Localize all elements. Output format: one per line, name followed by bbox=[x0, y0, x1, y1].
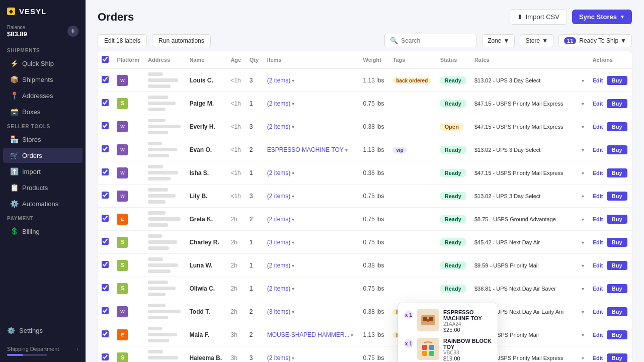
sidebar-item-shipments[interactable]: 📦 Shipments bbox=[3, 72, 83, 87]
sidebar-item-stores[interactable]: 🏪 Stores bbox=[3, 132, 83, 147]
edit-action[interactable]: Edit bbox=[593, 216, 603, 222]
row-items[interactable]: (2 items) ▾ bbox=[263, 92, 359, 115]
sidebar-item-orders[interactable]: 🛒 Orders bbox=[3, 148, 83, 163]
sidebar-item-automations[interactable]: ⚙️ Automations bbox=[3, 196, 83, 211]
edit-action[interactable]: Edit bbox=[593, 332, 603, 338]
sidebar-item-products[interactable]: 📋 Products bbox=[3, 180, 83, 195]
sync-stores-button[interactable]: Sync Stores ▼ bbox=[572, 10, 632, 24]
row-items[interactable]: (2 items) ▾ bbox=[263, 254, 359, 277]
row-checkbox[interactable] bbox=[102, 192, 109, 199]
buy-action[interactable]: Buy bbox=[607, 192, 627, 201]
rate-chevron-icon[interactable]: ▾ bbox=[582, 217, 584, 222]
row-items[interactable]: MOUSE-SHAPED HAMMER... ▾ bbox=[263, 323, 359, 346]
row-items[interactable]: (2 items) ▾ bbox=[263, 346, 359, 363]
row-items[interactable]: ESPRESSO MACHINE TOY ▾ bbox=[263, 138, 359, 161]
row-checkbox[interactable] bbox=[102, 122, 109, 129]
store-filter-button[interactable]: Store ▼ bbox=[520, 34, 553, 47]
items-link[interactable]: (2 items) bbox=[267, 285, 291, 292]
buy-action[interactable]: Buy bbox=[607, 168, 627, 177]
row-items[interactable]: (2 items) ▾ bbox=[263, 185, 359, 208]
row-checkbox[interactable] bbox=[102, 168, 109, 175]
rate-chevron-icon[interactable]: ▾ bbox=[582, 332, 584, 338]
edit-action[interactable]: Edit bbox=[593, 147, 603, 153]
items-link[interactable]: (2 items) bbox=[267, 169, 291, 176]
row-items[interactable]: (3 items) ▾ bbox=[263, 231, 359, 254]
buy-action[interactable]: Buy bbox=[607, 145, 627, 154]
items-link[interactable]: ESPRESSO MACHINE TOY bbox=[267, 146, 344, 153]
edit-action[interactable]: Edit bbox=[593, 101, 603, 107]
items-link[interactable]: (2 items) bbox=[267, 100, 291, 107]
row-items[interactable]: (2 items) ▾ bbox=[263, 277, 359, 300]
buy-action[interactable]: Buy bbox=[607, 238, 627, 247]
row-checkbox[interactable] bbox=[102, 76, 109, 83]
row-checkbox[interactable] bbox=[102, 238, 109, 245]
rate-chevron-icon[interactable]: ▾ bbox=[582, 194, 584, 199]
row-checkbox[interactable] bbox=[102, 145, 109, 152]
dept-arrow-icon[interactable]: › bbox=[77, 346, 78, 352]
items-link[interactable]: (3 items) bbox=[267, 308, 291, 315]
edit-action[interactable]: Edit bbox=[593, 77, 603, 83]
row-items[interactable]: (2 items) ▾ bbox=[263, 115, 359, 138]
sidebar-item-boxes[interactable]: 🗃️ Boxes bbox=[3, 104, 83, 119]
buy-action[interactable]: Buy bbox=[607, 261, 627, 270]
edit-action[interactable]: Edit bbox=[593, 262, 603, 268]
sidebar-item-quick-ship[interactable]: ⚡ Quick Ship bbox=[3, 56, 83, 71]
row-items[interactable]: (2 items) ▾ bbox=[263, 161, 359, 185]
buy-action[interactable]: Buy bbox=[607, 76, 627, 85]
edit-labels-button[interactable]: Edit 18 labels bbox=[98, 34, 147, 47]
sidebar-item-billing[interactable]: 💲 Billing bbox=[3, 224, 83, 239]
edit-action[interactable]: Edit bbox=[593, 124, 603, 130]
items-link[interactable]: MOUSE-SHAPED HAMMER... bbox=[267, 331, 350, 338]
buy-action[interactable]: Buy bbox=[607, 330, 627, 339]
items-link[interactable]: (2 items) bbox=[267, 216, 291, 223]
row-checkbox[interactable] bbox=[102, 261, 109, 268]
row-items[interactable]: (3 items) ▾ bbox=[263, 300, 359, 323]
select-all-checkbox[interactable] bbox=[102, 56, 109, 63]
items-link[interactable]: (2 items) bbox=[267, 262, 291, 269]
rate-chevron-icon[interactable]: ▾ bbox=[582, 78, 584, 83]
row-checkbox[interactable] bbox=[102, 99, 109, 106]
row-checkbox[interactable] bbox=[102, 353, 109, 360]
items-link[interactable]: (2 items) bbox=[267, 354, 291, 361]
rate-chevron-icon[interactable]: ▾ bbox=[582, 263, 584, 268]
items-link[interactable]: (2 items) bbox=[267, 77, 291, 84]
search-input[interactable] bbox=[401, 37, 471, 44]
buy-action[interactable]: Buy bbox=[607, 307, 627, 316]
sidebar-item-addresses[interactable]: 📍 Addresses bbox=[3, 88, 83, 103]
ready-to-ship-filter-button[interactable]: 11 Ready To Ship ▼ bbox=[558, 34, 632, 47]
buy-action[interactable]: Buy bbox=[607, 122, 627, 131]
rate-chevron-icon[interactable]: ▾ bbox=[582, 101, 584, 107]
edit-action[interactable]: Edit bbox=[593, 193, 603, 199]
zone-filter-button[interactable]: Zone ▼ bbox=[482, 34, 515, 47]
run-automations-button[interactable]: Run automations bbox=[152, 34, 211, 47]
rate-chevron-icon[interactable]: ▾ bbox=[582, 170, 584, 176]
row-checkbox[interactable] bbox=[102, 330, 109, 337]
rate-chevron-icon[interactable]: ▾ bbox=[582, 355, 584, 361]
buy-action[interactable]: Buy bbox=[607, 99, 627, 108]
rate-chevron-icon[interactable]: ▾ bbox=[582, 240, 584, 245]
buy-action[interactable]: Buy bbox=[607, 353, 627, 363]
row-items[interactable]: (2 items) ▾ bbox=[263, 69, 359, 92]
items-link[interactable]: (2 items) bbox=[267, 123, 291, 130]
edit-action[interactable]: Edit bbox=[593, 286, 603, 292]
items-link[interactable]: (3 items) bbox=[267, 239, 291, 246]
sidebar-item-import[interactable]: ⬆️ Import bbox=[3, 164, 83, 179]
rate-chevron-icon[interactable]: ▾ bbox=[582, 286, 584, 292]
settings-item[interactable]: ⚙️ Settings bbox=[7, 324, 78, 337]
edit-action[interactable]: Edit bbox=[593, 355, 603, 361]
buy-action[interactable]: Buy bbox=[607, 284, 627, 293]
rate-chevron-icon[interactable]: ▾ bbox=[582, 309, 584, 315]
edit-action[interactable]: Edit bbox=[593, 170, 603, 176]
rate-chevron-icon[interactable]: ▾ bbox=[582, 147, 584, 153]
edit-action[interactable]: Edit bbox=[593, 239, 603, 245]
row-checkbox[interactable] bbox=[102, 215, 109, 222]
row-items[interactable]: (2 items) ▾ bbox=[263, 208, 359, 231]
add-button[interactable]: + bbox=[67, 26, 78, 37]
items-link[interactable]: (2 items) bbox=[267, 193, 291, 200]
edit-action[interactable]: Edit bbox=[593, 309, 603, 315]
buy-action[interactable]: Buy bbox=[607, 215, 627, 224]
rate-chevron-icon[interactable]: ▾ bbox=[582, 124, 584, 130]
row-checkbox[interactable] bbox=[102, 284, 109, 291]
import-csv-button[interactable]: ⬆ Import CSV bbox=[510, 9, 567, 25]
row-checkbox[interactable] bbox=[102, 307, 109, 314]
